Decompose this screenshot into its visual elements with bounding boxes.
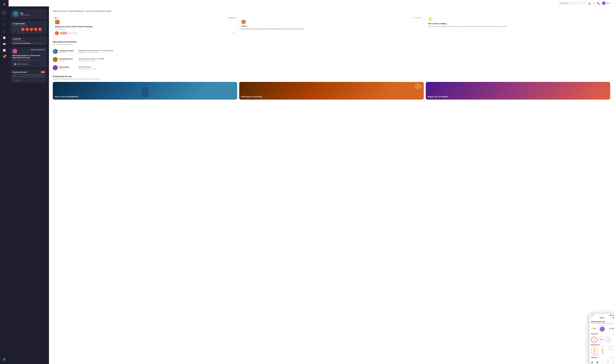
main-area: dbz Welcome back! 2 Login Streak 2 bonus… xyxy=(9,6,614,364)
search-bar[interactable]: 🔍 xyxy=(558,1,586,5)
session-topic-3: Mindful Moments xyxy=(78,66,610,68)
checkin-title: Daily Check-in xyxy=(591,344,614,346)
music-note-icon: 🎵 xyxy=(56,21,59,23)
streak-label-mon: Mon xyxy=(22,31,24,33)
welcome-message: Welcome to your October dashboard – your… xyxy=(53,10,610,12)
sparkle-icon: ✦ xyxy=(3,24,5,26)
phone-daily-goal-header: Daily Goal 1/3 xyxy=(591,333,614,336)
streak-day-sat: Sat xyxy=(13,28,16,33)
get-october-link[interactable]: Get October → xyxy=(13,79,23,81)
checkin-yesterday-icon: 🔥 xyxy=(600,349,606,351)
phone-fire-stat: 🔥 124 xyxy=(609,327,614,330)
phone-welcome: Welcome Back, dbz xyxy=(591,321,614,323)
podcast-card-meta: 👥 11 Live now xyxy=(55,17,235,18)
session-host-link-2[interactable]: View host xyxy=(59,60,77,61)
session-host-link-1[interactable]: View host xyxy=(59,52,77,53)
podcast-title: Healing Your Inner Child for Better Pare… xyxy=(55,26,235,28)
challenge-view-link[interactable]: View xyxy=(612,357,614,358)
session-item: Marina Wildt View host Mindful Moments S… xyxy=(53,64,610,72)
streak-label-tue: Tue xyxy=(26,31,28,33)
coach-title: Your Coach is waiting xyxy=(428,23,608,25)
svg-point-1 xyxy=(4,3,5,4)
sidebar-item-library[interactable]: 📖 xyxy=(2,41,7,47)
content-card-psychology[interactable]: Performance Psychology xyxy=(239,82,424,100)
podcast-host: Hosted by CJ Nel xyxy=(55,28,235,30)
sidebar-item-home[interactable]: ⌂ xyxy=(2,10,7,15)
streak-label-wed: Wed xyxy=(30,31,33,33)
session-host-link-3[interactable]: View host xyxy=(59,68,77,70)
info-icon: ℹ xyxy=(4,17,5,20)
sessions-section-title: Upcoming Live Sessions xyxy=(53,41,610,43)
play-button[interactable]: ▶ xyxy=(55,31,59,35)
session-time-2: Starting in 1 hour from now xyxy=(78,60,610,62)
phone-menu-icon[interactable]: ≡ xyxy=(591,317,592,319)
add-to-calendar-button[interactable]: 📅 Add to Calendar xyxy=(13,62,29,66)
sidebar-item-analytics[interactable]: 📊 xyxy=(2,48,7,53)
streak-circle-thu: ✓ xyxy=(34,28,37,31)
moon-icon[interactable]: 🌙 xyxy=(593,2,595,5)
phone-stats: 💡 65 XP/12504 🔥 124 xyxy=(591,325,614,332)
streak-day-wed: ✓ Wed xyxy=(30,28,33,33)
user-pill-avatar xyxy=(602,1,606,5)
phone-mockup: 9:41 ▲ ▐ ≡ Home xyxy=(589,313,614,364)
sidebar-item-rewards[interactable]: 🎁 4 xyxy=(2,54,7,59)
notification-icon[interactable]: 🔔 xyxy=(588,2,591,5)
sidebar-item-docs[interactable]: 📄 xyxy=(2,35,7,40)
content-card-label-sleep: Sleep, Focus and Meditation xyxy=(54,96,78,98)
checkin-box-yesterday[interactable]: 🔥 6 Good xyxy=(599,348,606,355)
luna-card: 🕐 1 week ago 🤖 Luna 👋 Hey Dave! 😊 How's … xyxy=(239,15,424,37)
signal-bar-3 xyxy=(610,315,611,316)
checkin-today-label: Today xyxy=(591,346,598,348)
session-host-name-1: Aneeqa Abrahams xyxy=(59,50,77,52)
session-host-name-3: Marina Wildt xyxy=(59,66,77,68)
checkin-col-yesterday: Yesterday 🔥 6 Good xyxy=(599,346,606,355)
user-pill[interactable]: dbz ▾ xyxy=(602,1,611,5)
phone-time: 9:41 xyxy=(591,314,594,316)
sidebar-item-ai[interactable]: ✦ xyxy=(2,23,7,28)
streak-card: 2 Login Streak 2 bonus points per login.… xyxy=(11,21,47,34)
book-icon: 📖 xyxy=(3,43,6,45)
app-logo[interactable] xyxy=(2,2,7,7)
phone-icon[interactable]: 📞 xyxy=(597,2,600,5)
user-card: dbz Welcome back! xyxy=(11,9,47,19)
level-progress-bar xyxy=(13,43,45,44)
signal-bar-2 xyxy=(610,315,610,316)
sidebar-item-stack[interactable]: ⬡ xyxy=(2,29,7,34)
session-details-3: Mindful Moments Starting in 2 hours from… xyxy=(78,66,610,70)
checkin-yesterday-label: Yesterday xyxy=(599,346,606,348)
phone-nav-content[interactable]: 📚 Content xyxy=(595,361,600,364)
coach-description: Start a new October coaching course to i… xyxy=(428,25,608,27)
phone-nav-track[interactable]: 📈 Track xyxy=(605,361,611,364)
phone-nav-luna[interactable]: 🌙 Luna xyxy=(611,361,614,364)
sessions-section-subtitle: Up next in the October Forest... xyxy=(53,44,610,45)
streak-day-sun: Sun xyxy=(17,28,20,33)
level-progress-fill xyxy=(13,43,30,44)
checkin-box-friday[interactable]: No Entry xyxy=(607,348,614,351)
streak-circle-tue: ✓ xyxy=(26,28,29,31)
signal-bar-4 xyxy=(611,314,611,316)
clock-icon: 🕐 xyxy=(412,17,414,18)
battery-icon: ▐ xyxy=(613,314,614,316)
session-details-2: Addressing the Isolation of Infertility … xyxy=(78,58,610,62)
level-subtitle: 67 points to level up. xyxy=(13,40,45,42)
phone-nav-forest[interactable]: 🌲 Forest xyxy=(589,361,595,364)
streak-title: 2 Login Streak xyxy=(13,23,45,25)
checkin-today-icon: 🔥 xyxy=(592,349,598,351)
live-dot xyxy=(228,17,229,18)
checkin-columns: Today 🔥 7 Very Good Yesterday 🔥 6 xyxy=(591,346,614,355)
content-cards-row: Sleep, Focus and Meditation Performance … xyxy=(53,82,610,100)
challenge-section: Challenge View xyxy=(591,357,614,358)
fire-stat-icon: 🔥 xyxy=(609,327,611,330)
content-card-sleep[interactable]: Sleep, Focus and Meditation xyxy=(53,82,237,100)
phone-call-icon[interactable]: 📞 xyxy=(612,317,614,319)
download-description: Install the October Desktop or mobile ap… xyxy=(13,74,45,78)
content-section-subtitle: Expand your knowledge with exclusive con… xyxy=(53,78,610,80)
phone-nav-home[interactable]: ⌂ Home xyxy=(600,361,605,364)
search-input[interactable] xyxy=(563,2,584,4)
sidebar-item-info[interactable]: ℹ xyxy=(2,16,7,21)
podcast-icon: 🎵 xyxy=(55,20,59,24)
session-host-avatar-1 xyxy=(53,49,58,54)
sidebar-item-community[interactable]: 🌐 xyxy=(2,357,7,362)
checkin-box-today[interactable]: 🔥 7 Very Good xyxy=(591,348,598,355)
content-card-thrivemeter[interactable]: Update your ThriveMeter xyxy=(426,82,610,100)
